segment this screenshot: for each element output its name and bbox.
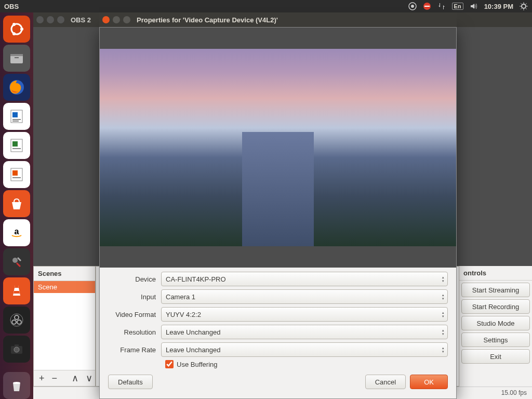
controls-header: ontrols bbox=[459, 266, 532, 281]
app-title: OBS bbox=[4, 3, 408, 10]
svg-point-8 bbox=[12, 32, 16, 35]
files-icon[interactable] bbox=[3, 45, 30, 72]
scene-item[interactable]: Scene bbox=[34, 281, 95, 293]
vlc-icon[interactable] bbox=[3, 277, 30, 304]
impress-icon[interactable] bbox=[3, 161, 30, 188]
svg-rect-18 bbox=[12, 141, 18, 147]
svg-point-6 bbox=[20, 28, 23, 31]
gear-icon[interactable] bbox=[520, 2, 528, 10]
video-format-select[interactable]: YUYV 4:2:2 bbox=[161, 307, 448, 322]
clock[interactable]: 10:39 PM bbox=[484, 3, 513, 10]
svg-rect-16 bbox=[12, 121, 19, 122]
properties-form: Device CA-FLINT4KP-PRO Input Camera 1 Vi… bbox=[100, 268, 456, 368]
software-icon[interactable] bbox=[3, 190, 30, 217]
modal-maximize-icon[interactable] bbox=[123, 16, 130, 23]
preview-image bbox=[100, 49, 456, 246]
move-up-icon[interactable]: ∧ bbox=[69, 373, 82, 384]
obs-tray-icon[interactable] bbox=[408, 2, 417, 10]
svg-point-33 bbox=[13, 382, 20, 384]
svg-rect-14 bbox=[12, 112, 18, 117]
use-buffering-label: Use Buffering bbox=[177, 361, 218, 368]
status-fps: 15.00 fps bbox=[501, 389, 527, 396]
scenes-toolbar: + − ∧ ∨ bbox=[34, 370, 95, 386]
dash-icon[interactable] bbox=[3, 16, 30, 43]
scenes-panel: Scenes Scene + − ∧ ∨ bbox=[33, 266, 96, 387]
svg-rect-9 bbox=[10, 55, 23, 63]
frame-rate-label: Frame Rate bbox=[108, 346, 156, 354]
modal-close-icon[interactable] bbox=[102, 16, 110, 23]
amazon-icon[interactable]: a bbox=[3, 219, 30, 246]
window-maximize-icon[interactable] bbox=[57, 16, 64, 23]
device-select[interactable]: CA-FLINT4KP-PRO bbox=[161, 272, 448, 286]
add-scene-icon[interactable]: + bbox=[36, 373, 48, 384]
system-settings-icon[interactable] bbox=[3, 248, 30, 275]
keyboard-lang-indicator[interactable]: En bbox=[452, 3, 463, 10]
network-icon[interactable] bbox=[437, 2, 446, 10]
start-recording-button[interactable]: Start Recording bbox=[461, 299, 530, 314]
properties-modal: Device CA-FLINT4KP-PRO Input Camera 1 Vi… bbox=[99, 27, 457, 399]
frame-rate-select[interactable]: Leave Unchanged bbox=[161, 342, 448, 357]
use-buffering-checkbox[interactable] bbox=[165, 360, 174, 368]
svg-rect-32 bbox=[15, 344, 19, 347]
properties-modal-titlebar: Properties for 'Video Capture Device (V4… bbox=[99, 12, 457, 27]
system-tray: En 10:39 PM bbox=[408, 2, 528, 10]
start-streaming-button[interactable]: Start Streaming bbox=[461, 283, 530, 297]
trash-icon[interactable] bbox=[3, 372, 30, 399]
resolution-label: Resolution bbox=[108, 328, 156, 336]
modal-footer: Defaults Cancel OK bbox=[100, 368, 456, 393]
svg-rect-11 bbox=[15, 57, 19, 58]
controls-panel: ontrols Start Streaming Start Recording … bbox=[459, 266, 532, 387]
calc-icon[interactable] bbox=[3, 132, 30, 159]
window-close-icon[interactable] bbox=[36, 16, 44, 23]
window-minimize-icon[interactable] bbox=[47, 16, 54, 23]
settings-button[interactable]: Settings bbox=[461, 332, 530, 347]
modal-title: Properties for 'Video Capture Device (V4… bbox=[137, 16, 278, 24]
exit-button[interactable]: Exit bbox=[461, 349, 530, 364]
svg-point-24 bbox=[12, 258, 18, 263]
svg-text:a: a bbox=[15, 227, 19, 236]
device-label: Device bbox=[108, 275, 156, 283]
input-select[interactable]: Camera 1 bbox=[161, 289, 448, 304]
video-preview bbox=[100, 28, 456, 268]
svg-rect-3 bbox=[424, 6, 430, 7]
svg-rect-22 bbox=[12, 177, 21, 178]
svg-rect-10 bbox=[10, 54, 23, 56]
defaults-button[interactable]: Defaults bbox=[108, 375, 153, 389]
obs-window-title: OBS 2 bbox=[71, 16, 91, 24]
svg-rect-19 bbox=[12, 148, 21, 149]
remove-scene-icon[interactable]: − bbox=[49, 373, 61, 384]
resolution-select[interactable]: Leave Unchanged bbox=[161, 325, 448, 339]
firefox-icon[interactable] bbox=[3, 74, 30, 101]
scenes-header: Scenes bbox=[34, 267, 95, 281]
scenes-list[interactable]: Scene bbox=[34, 281, 95, 370]
modal-minimize-icon[interactable] bbox=[113, 16, 120, 23]
svg-rect-25 bbox=[16, 262, 21, 267]
menu-bar: OBS En 10:39 PM bbox=[0, 0, 532, 12]
camera-app-icon[interactable] bbox=[3, 336, 30, 363]
svg-rect-15 bbox=[12, 119, 21, 120]
cancel-button[interactable]: Cancel bbox=[365, 375, 406, 389]
unity-launcher: a bbox=[0, 12, 33, 399]
move-down-icon[interactable]: ∨ bbox=[83, 373, 96, 384]
no-entry-icon[interactable] bbox=[423, 2, 431, 10]
svg-point-4 bbox=[522, 4, 526, 8]
obs-icon[interactable] bbox=[3, 307, 30, 334]
svg-point-31 bbox=[14, 347, 19, 352]
volume-icon[interactable] bbox=[470, 2, 478, 10]
writer-icon[interactable] bbox=[3, 103, 30, 130]
ok-button[interactable]: OK bbox=[410, 375, 448, 389]
studio-mode-button[interactable]: Studio Mode bbox=[461, 316, 530, 330]
svg-point-7 bbox=[12, 23, 16, 26]
svg-point-1 bbox=[411, 5, 414, 8]
input-label: Input bbox=[108, 293, 156, 301]
svg-rect-21 bbox=[12, 170, 18, 176]
video-format-label: Video Format bbox=[108, 311, 156, 318]
